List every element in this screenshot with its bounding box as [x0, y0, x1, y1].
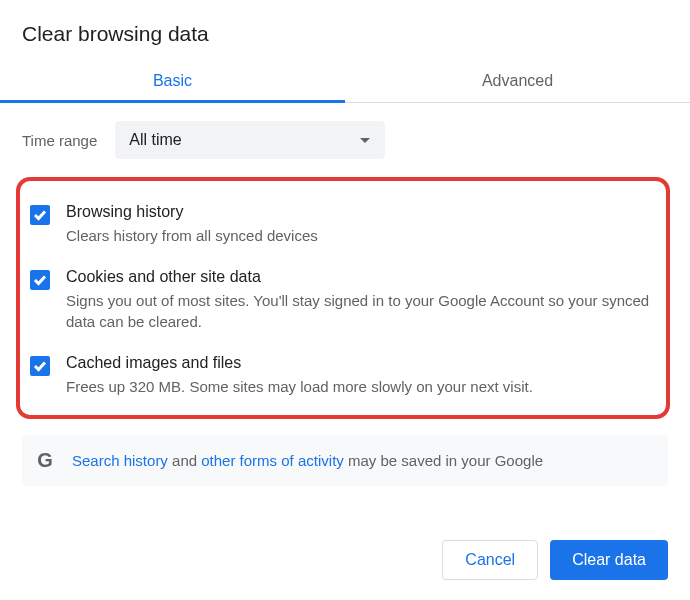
info-text: Search history and other forms of activi… [72, 452, 543, 469]
cancel-button[interactable]: Cancel [442, 540, 538, 580]
option-desc: Clears history from all synced devices [66, 225, 652, 246]
clear-browsing-data-dialog: Clear browsing data Basic Advanced Time … [0, 0, 690, 496]
tab-basic[interactable]: Basic [0, 58, 345, 102]
link-other-activity[interactable]: other forms of activity [201, 452, 344, 469]
dialog-body: Time range All time Browsing history Cle… [0, 103, 690, 496]
time-range-label: Time range [22, 132, 97, 149]
option-desc: Signs you out of most sites. You'll stay… [66, 290, 652, 332]
option-title: Cached images and files [66, 354, 652, 372]
time-range-row: Time range All time [22, 121, 668, 159]
dialog-footer: Cancel Clear data [0, 526, 690, 600]
chevron-down-icon [359, 131, 371, 149]
option-title: Browsing history [66, 203, 652, 221]
tab-advanced[interactable]: Advanced [345, 58, 690, 102]
option-browsing-history: Browsing history Clears history from all… [26, 195, 656, 260]
link-search-history[interactable]: Search history [72, 452, 168, 469]
tab-advanced-label: Advanced [482, 72, 553, 89]
google-icon: G [34, 449, 56, 472]
option-desc: Frees up 320 MB. Some sites may load mor… [66, 376, 652, 397]
options-highlight: Browsing history Clears history from all… [16, 177, 670, 419]
google-info-row: G Search history and other forms of acti… [22, 435, 668, 486]
option-cached: Cached images and files Frees up 320 MB.… [26, 346, 656, 401]
tab-basic-label: Basic [153, 72, 192, 89]
time-range-value: All time [129, 131, 181, 149]
tab-bar: Basic Advanced [0, 58, 690, 103]
dialog-title: Clear browsing data [0, 0, 690, 58]
checkbox-cookies[interactable] [30, 270, 50, 290]
time-range-select[interactable]: All time [115, 121, 385, 159]
checkbox-cached[interactable] [30, 356, 50, 376]
option-title: Cookies and other site data [66, 268, 652, 286]
clear-data-button[interactable]: Clear data [550, 540, 668, 580]
option-cookies: Cookies and other site data Signs you ou… [26, 260, 656, 346]
checkbox-browsing-history[interactable] [30, 205, 50, 225]
